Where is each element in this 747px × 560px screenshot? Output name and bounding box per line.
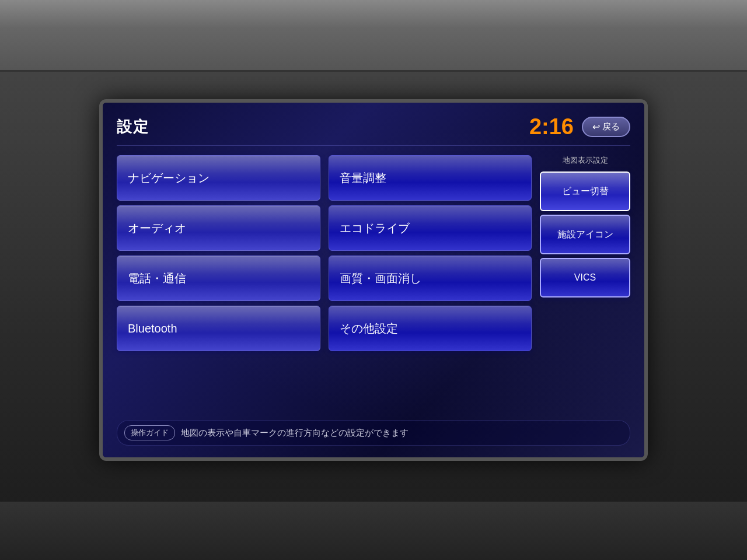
bluetooth-button[interactable]: Bluetooth xyxy=(117,306,320,351)
display-button[interactable]: 画質・画面消し xyxy=(329,256,532,301)
other-settings-button[interactable]: その他設定 xyxy=(329,306,532,351)
back-label: 戻る xyxy=(602,121,620,132)
map-display-label: 地図表示設定 xyxy=(540,155,630,166)
page-title: 設定 xyxy=(117,117,149,137)
phone-button[interactable]: 電話・通信 xyxy=(117,256,320,301)
facility-icon-button[interactable]: 施設アイコン xyxy=(540,215,630,254)
header: 設定 2:16 ↩ 戻る xyxy=(117,114,630,146)
left-column: ナビゲーション オーディオ 電話・通信 Bluetooth xyxy=(117,155,320,412)
center-column: 音量調整 エコドライブ 画質・画面消し その他設定 xyxy=(329,155,532,412)
audio-button[interactable]: オーディオ xyxy=(117,205,320,251)
footer-text: 地図の表示や自車マークの進行方向などの設定ができます xyxy=(181,428,409,439)
car-frame: 設定 2:16 ↩ 戻る ナビゲーション オーディオ xyxy=(0,0,747,560)
back-button[interactable]: ↩ 戻る xyxy=(582,117,630,137)
view-switch-button[interactable]: ビュー切替 xyxy=(540,172,630,211)
footer: 操作ガイド 地図の表示や自車マークの進行方向などの設定ができます xyxy=(117,420,630,446)
ecodrive-button[interactable]: エコドライブ xyxy=(329,205,532,251)
time-display: 2:16 xyxy=(529,114,574,139)
operation-guide-badge: 操作ガイド xyxy=(124,425,175,440)
header-right: 2:16 ↩ 戻る xyxy=(529,114,630,139)
right-column: 地図表示設定 ビュー切替 施設アイコン VICS xyxy=(540,155,630,412)
main-content: ナビゲーション オーディオ 電話・通信 Bluetooth 音量調整 xyxy=(117,155,630,412)
navigation-button[interactable]: ナビゲーション xyxy=(117,155,320,201)
screen: 設定 2:16 ↩ 戻る ナビゲーション オーディオ xyxy=(103,103,644,457)
screen-bezel: 設定 2:16 ↩ 戻る ナビゲーション オーディオ xyxy=(99,99,648,461)
volume-button[interactable]: 音量調整 xyxy=(329,155,532,201)
back-arrow-icon: ↩ xyxy=(592,121,600,132)
vics-button[interactable]: VICS xyxy=(540,258,630,298)
